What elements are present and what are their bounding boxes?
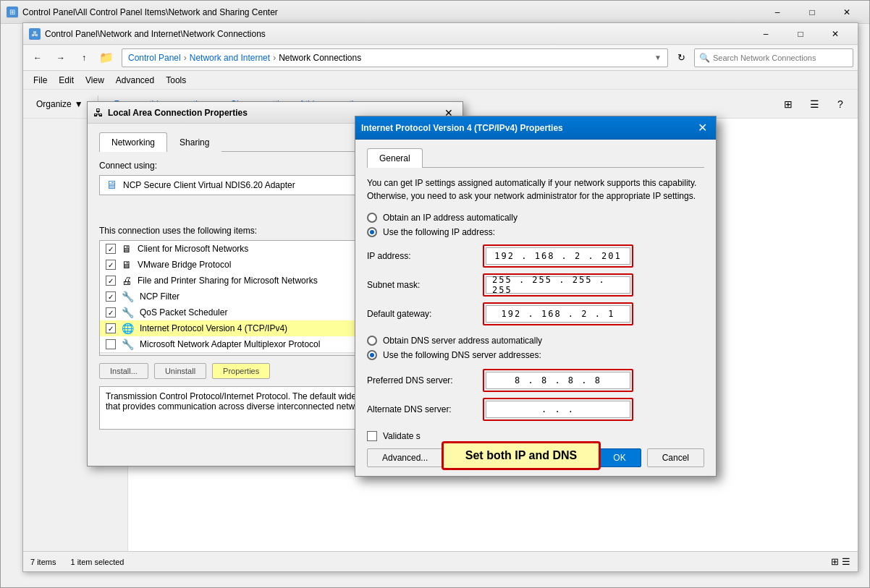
ip-radio-group: Obtain an IP address automatically Use t… (367, 213, 704, 237)
breadcrumb: Control Panel › Network and Internet › N… (122, 48, 668, 67)
menu-file[interactable]: File (28, 74, 53, 87)
validate-checkbox[interactable] (367, 431, 377, 441)
checkbox-multiplexor[interactable] (106, 339, 116, 349)
address-bar: ← → ↑ 📁 Control Panel › Network and Inte… (23, 45, 858, 71)
preferred-dns-field[interactable]: 8 . 8 . 8 . 8 (486, 372, 630, 389)
back-button[interactable]: ← (28, 48, 48, 67)
preferred-dns-label: Preferred DNS server: (367, 375, 483, 385)
outer-window-controls: – □ ✕ (761, 2, 863, 22)
radio-use-following-btn[interactable] (367, 227, 377, 237)
search-input[interactable] (713, 54, 848, 62)
checkbox-file-printer[interactable] (106, 276, 116, 286)
subnet-mask-field-wrapper: 255 . 255 . 255 . 255 (483, 273, 633, 297)
preferred-dns-row: Preferred DNS server: 8 . 8 . 8 . 8 (367, 369, 704, 392)
status-view-2-button[interactable]: ☰ (842, 556, 850, 567)
subnet-mask-field[interactable]: 255 . 255 . 255 . 255 (486, 276, 630, 294)
help-button[interactable]: ? (830, 95, 850, 114)
ip-address-field-wrapper: 192 . 168 . 2 . 201 (483, 244, 633, 268)
inner-maximize-button[interactable]: □ (784, 24, 817, 44)
search-icon: 🔍 (699, 53, 710, 63)
status-view-1-button[interactable]: ⊞ (831, 556, 839, 567)
default-gateway-field[interactable]: 192 . 168 . 2 . 1 (486, 305, 630, 323)
outer-maximize-button[interactable]: □ (795, 2, 829, 22)
item-label-qos: QoS Packet Scheduler (140, 307, 227, 318)
ipv4-dialog-title: Internet Protocol Version 4 (TCP/IPv4) P… (361, 123, 694, 133)
ipv4-close-button[interactable]: ✕ (694, 120, 710, 136)
outer-window-title: Control Panel\All Control Panel Items\Ne… (22, 7, 761, 17)
inner-minimize-button[interactable]: – (749, 24, 782, 44)
item-label-ipv4: Internet Protocol Version 4 (TCP/IPv4) (140, 323, 287, 333)
item-label-vmware: VMware Bridge Protocol (138, 260, 231, 270)
alternate-dns-field[interactable]: . . . (486, 401, 630, 418)
tab-networking[interactable]: Networking (99, 132, 167, 152)
menu-tools[interactable]: Tools (160, 74, 192, 87)
validate-row: Validate s (367, 431, 704, 441)
radio-dns-following-btn[interactable] (367, 350, 377, 360)
checkbox-ipv4[interactable] (106, 323, 116, 333)
outer-minimize-button[interactable]: – (761, 2, 794, 22)
menu-view[interactable]: View (80, 74, 110, 87)
dns-radio-group: Obtain DNS server address automatically … (367, 336, 704, 360)
breadcrumb-network-internet[interactable]: Network and Internet (190, 53, 270, 63)
dropdown-arrow-icon[interactable]: ▼ (654, 54, 662, 61)
annotation-box: Set both IP and DNS (442, 441, 601, 470)
radio-dns-auto[interactable]: Obtain DNS server address automatically (367, 336, 704, 346)
radio-obtain-auto-btn[interactable] (367, 213, 377, 223)
checkbox-ncp-filter[interactable] (106, 291, 116, 302)
uninstall-button[interactable]: Uninstall (154, 363, 206, 379)
view-icons-button[interactable]: ⊞ (778, 95, 798, 114)
outer-close-button[interactable]: ✕ (830, 2, 863, 22)
selected-count: 1 item selected (70, 558, 124, 566)
up-button[interactable]: ↑ (74, 48, 94, 67)
help-icon: ? (837, 98, 843, 110)
ipv4-tab-general[interactable]: General (367, 148, 423, 168)
item-icon-client-networks: 🖥 (122, 243, 132, 255)
ipv4-cancel-button[interactable]: Cancel (647, 448, 704, 467)
refresh-button[interactable]: ↻ (671, 48, 691, 67)
inner-close-button[interactable]: ✕ (819, 24, 852, 44)
search-box: 🔍 (694, 48, 853, 67)
menu-advanced[interactable]: Advanced (110, 74, 160, 87)
item-label-ncp-filter: NCP Filter (140, 291, 180, 302)
menu-edit[interactable]: Edit (53, 74, 80, 87)
forward-button[interactable]: → (51, 48, 71, 67)
breadcrumb-control-panel[interactable]: Control Panel (128, 53, 181, 63)
radio-use-following-label: Use the following IP address: (383, 227, 495, 237)
checkbox-qos[interactable] (106, 307, 116, 318)
folder-icon: 📁 (99, 51, 114, 64)
item-icon-multiplexor: 🔧 (122, 338, 134, 350)
radio-use-following[interactable]: Use the following IP address: (367, 227, 704, 237)
advanced-button[interactable]: Advanced... (367, 448, 443, 467)
checkbox-vmware[interactable] (106, 260, 116, 270)
tab-sharing[interactable]: Sharing (167, 132, 221, 152)
ip-form: IP address: 192 . 168 . 2 . 201 Subnet m… (367, 244, 704, 325)
breadcrumb-network-connections: Network Connections (279, 53, 361, 63)
ip-address-row: IP address: 192 . 168 . 2 . 201 (367, 244, 704, 268)
organize-button[interactable]: Organize ▼ (30, 96, 89, 112)
subnet-mask-label: Subnet mask: (367, 280, 483, 290)
checkbox-client-networks[interactable] (106, 244, 116, 254)
radio-dns-following[interactable]: Use the following DNS server addresses: (367, 350, 704, 360)
inner-window-controls: – □ ✕ (749, 24, 852, 44)
alternate-dns-field-wrapper: . . . (483, 398, 633, 421)
inner-title-bar: 🖧 Control Panel\Network and Internet\Net… (23, 23, 858, 45)
ipv4-description: You can get IP settings assigned automat… (367, 176, 704, 203)
dns-form: Preferred DNS server: 8 . 8 . 8 . 8 Alte… (367, 369, 704, 421)
organize-label: Organize (36, 99, 72, 109)
ipv4-tab-bar: General (367, 148, 704, 168)
ipv4-ok-button[interactable]: OK (598, 448, 641, 467)
inner-window-icon: 🖧 (29, 28, 41, 40)
install-button[interactable]: Install... (99, 363, 148, 379)
ip-address-field[interactable]: 192 . 168 . 2 . 201 (486, 247, 630, 265)
properties-button[interactable]: Properties (212, 363, 270, 379)
breadcrumb-sep-1: › (184, 53, 187, 63)
item-icon-ipv4: 🌐 (122, 323, 134, 334)
ipv4-dialog-content: General You can get IP settings assigned… (355, 140, 716, 476)
radio-dns-auto-btn[interactable] (367, 336, 377, 346)
outer-window-icon: ⊞ (7, 7, 18, 18)
ip-address-label: IP address: (367, 251, 483, 261)
radio-obtain-auto[interactable]: Obtain an IP address automatically (367, 213, 704, 223)
view-list-button[interactable]: ☰ (804, 95, 824, 114)
item-icon-ncp-filter: 🔧 (122, 291, 134, 302)
item-icon-vmware: 🖥 (122, 259, 132, 270)
